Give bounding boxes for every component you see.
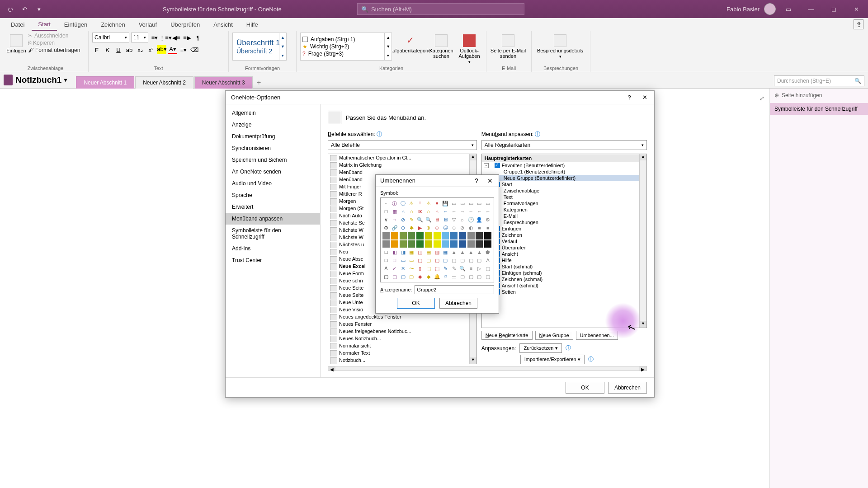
symbol-cell[interactable]: ← — [476, 208, 483, 215]
symbol-cell[interactable]: ⚠ — [425, 200, 432, 207]
rename-close-button[interactable]: ✕ — [484, 176, 496, 186]
tree-item[interactable]: +Kategorien — [482, 206, 646, 213]
bold-button[interactable]: F — [92, 45, 101, 54]
close-button[interactable]: ✕ — [846, 0, 866, 18]
symbol-cell[interactable] — [450, 232, 458, 239]
symbol-cell[interactable]: ✉ — [416, 208, 424, 215]
symbol-cell[interactable]: ← — [467, 208, 475, 215]
symbol-cell[interactable]: ⚙ — [382, 224, 390, 231]
symbol-cell[interactable]: ⓘ — [400, 200, 407, 207]
tab-verlauf[interactable]: Verlauf — [132, 19, 163, 30]
tab-start[interactable]: Start — [32, 19, 57, 31]
symbol-cell[interactable]: ▭ — [467, 200, 475, 207]
symbol-cell[interactable]: ▲ — [476, 249, 483, 256]
checkbox[interactable] — [495, 163, 500, 168]
symbol-cell[interactable] — [416, 232, 424, 239]
symbol-cell[interactable]: ✕ — [400, 265, 407, 272]
symbol-cell[interactable]: ⬚ — [425, 265, 432, 272]
info-icon[interactable]: ⓘ — [566, 344, 571, 352]
add-section-button[interactable]: + — [254, 77, 264, 88]
symbol-cell[interactable]: □ — [382, 208, 390, 215]
symbol-cell[interactable]: 🔔 — [434, 273, 441, 280]
tree-item[interactable]: Neue Gruppe (Benutzerdefiniert) — [482, 175, 646, 181]
symbol-cell[interactable]: ⚠ — [408, 200, 415, 207]
tree-item[interactable]: +Einfügen (schmal) — [482, 270, 646, 276]
symbol-cell[interactable] — [434, 232, 441, 239]
symbol-cell[interactable]: ▲ — [467, 249, 475, 256]
symbol-cell[interactable]: ⌕ — [459, 216, 466, 223]
task-category-button[interactable]: ✓Aufgabenkategorie — [394, 33, 426, 53]
symbol-cell[interactable]: → — [459, 208, 466, 215]
symbol-cell[interactable]: ▦ — [391, 208, 398, 215]
nav-item[interactable]: Menüband anpassen — [226, 213, 320, 225]
symbol-cell[interactable]: ☹ — [442, 224, 449, 231]
symbol-cell[interactable]: 🔍 — [425, 216, 432, 223]
tab-zeichnen[interactable]: Zeichnen — [94, 19, 131, 30]
nav-item[interactable]: An OneNote senden — [226, 166, 320, 178]
symbol-cell[interactable]: ☺ — [450, 224, 458, 231]
symbol-cell[interactable]: ◐ — [467, 224, 475, 231]
symbol-cell[interactable]: ⌂ — [425, 208, 432, 215]
tree-item[interactable]: Gruppe1 (Benutzerdefiniert) — [482, 169, 646, 175]
symbol-cell[interactable]: ◆ — [416, 273, 424, 280]
paste-button[interactable]: Einfügen — [6, 33, 26, 53]
info-icon[interactable]: ⓘ — [588, 356, 594, 363]
symbol-cell[interactable]: ← — [450, 208, 458, 215]
symbol-cell[interactable]: ✎ — [408, 216, 415, 223]
info-icon[interactable]: ⓘ — [535, 131, 540, 137]
rename-ok-button[interactable]: OK — [397, 298, 435, 309]
tree-item[interactable]: -Favoriten (Benutzerdefiniert) — [482, 162, 646, 169]
symbol-cell[interactable]: ▤ — [425, 249, 432, 256]
notebook-dropdown[interactable]: Notizbuch1▾ — [4, 75, 67, 88]
tree-item[interactable]: +E-Mail — [482, 213, 646, 219]
symbol-cell[interactable]: A — [484, 257, 491, 264]
scroll-left[interactable]: ◀ — [328, 366, 335, 371]
share-button[interactable]: ⇪ — [854, 19, 863, 29]
symbol-cell[interactable]: ▢ — [476, 257, 483, 264]
nav-item[interactable]: Symbolleiste für den Schnellzugriff — [226, 225, 320, 243]
symbol-cell[interactable]: ▶ — [416, 224, 424, 231]
ribbon-mode-icon[interactable]: ▭ — [778, 0, 798, 18]
symbol-cell[interactable]: 💾 — [442, 200, 449, 207]
symbol-cell[interactable]: ▦ — [442, 249, 449, 256]
nav-item[interactable]: Anzeige — [226, 119, 320, 131]
symbol-cell[interactable]: ▽ — [450, 216, 458, 223]
tree-item[interactable]: +Formatvorlagen — [482, 200, 646, 206]
tree-item[interactable]: +Text — [482, 194, 646, 200]
symbol-cell[interactable] — [484, 240, 491, 248]
symbol-cell[interactable]: ▢ — [450, 257, 458, 264]
paragraph-button[interactable]: ¶ — [193, 33, 203, 42]
tree-item[interactable]: +Ansicht — [482, 251, 646, 257]
symbol-cell[interactable] — [476, 240, 483, 248]
fontcolor-button[interactable]: A▾ — [168, 45, 177, 54]
styles-more[interactable]: ▾ — [279, 51, 286, 60]
styles-gallery[interactable]: Überschrift 1 Überschrift 2 ▲▼▾ — [232, 33, 287, 61]
symbol-cell[interactable]: ◆ — [425, 273, 432, 280]
symbol-cell[interactable]: ⬚ — [434, 265, 441, 272]
find-tags-button[interactable]: Kategorien suchen — [428, 33, 454, 59]
symbol-cell[interactable]: 🕐 — [467, 216, 475, 223]
symbol-cell[interactable]: ♥ — [434, 200, 441, 207]
symbol-cell[interactable]: ▯ — [416, 265, 424, 272]
avatar[interactable] — [764, 3, 776, 15]
symbol-cell[interactable]: ⌂ — [408, 208, 415, 215]
tree-item[interactable]: +Start (schmal) — [482, 263, 646, 270]
command-item[interactable]: Normaler Text — [328, 349, 476, 357]
symbol-cell[interactable]: 🔍 — [416, 216, 424, 223]
symbol-cell[interactable] — [400, 240, 407, 248]
symbol-cell[interactable]: ✓ — [391, 265, 398, 272]
tree-item[interactable]: +Zwischenablage — [482, 188, 646, 194]
strike-button[interactable]: ab — [125, 45, 134, 54]
symbol-cell[interactable]: ▢ — [459, 273, 466, 280]
options-cancel-button[interactable]: Abbrechen — [608, 382, 647, 394]
symbol-cell[interactable]: ▢ — [442, 257, 449, 264]
scroll-down[interactable]: ▼ — [640, 321, 646, 328]
command-item[interactable]: Neues freigegebenes Notizbuc... — [328, 328, 476, 335]
nav-item[interactable]: Audio und Video — [226, 178, 320, 189]
symbol-cell[interactable]: ⊘ — [400, 216, 407, 223]
symbol-grid[interactable]: ◦ⓘⓘ⚠!⚠♥💾▭▭▭▭▭□▦⌂⌂✉⌂⌂←←→←←←∨→⊘✎🔍🔍🖥🖥▽⌕🕐👤⚙⚙… — [380, 197, 494, 282]
symbol-cell[interactable]: 👤 — [476, 216, 483, 223]
command-item[interactable]: Neues Notizbuch... — [328, 335, 476, 342]
rename-button[interactable]: Umbenennen... — [576, 331, 618, 340]
symbol-cell[interactable] — [391, 240, 398, 248]
